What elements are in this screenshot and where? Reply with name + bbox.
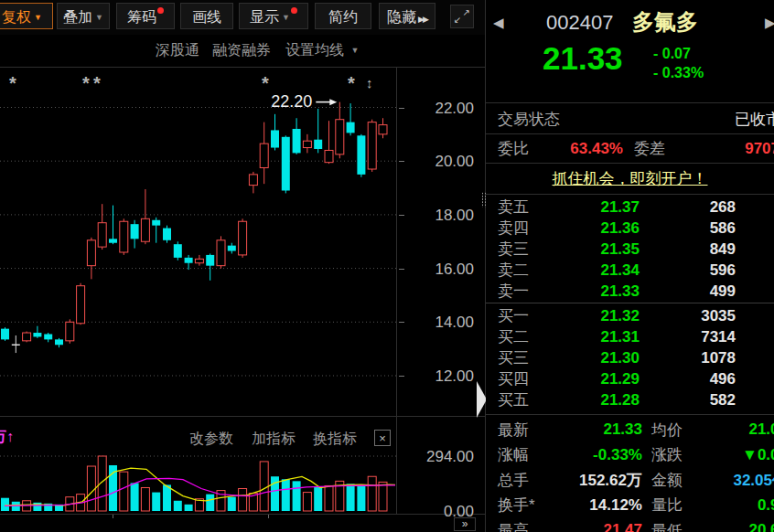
- ask-row[interactable]: 卖五21.37268: [486, 197, 774, 218]
- chevron-down-icon: ▼: [350, 46, 359, 55]
- notification-dot-icon: [291, 7, 297, 14]
- volume-bar: [1, 498, 9, 511]
- next-stock-icon[interactable]: ▶: [765, 15, 774, 31]
- level-volume: 586: [640, 219, 736, 238]
- change-params-link[interactable]: 改参数: [189, 430, 233, 449]
- price-change: - 0.07 - 0.33%: [653, 44, 704, 82]
- price-axis-label: 22.00: [401, 100, 474, 118]
- volume-bar: [325, 485, 333, 511]
- more-button[interactable]: »: [454, 517, 476, 531]
- bid-row[interactable]: 买五21.28582: [486, 389, 774, 410]
- candle-body: [87, 240, 95, 266]
- level-volume: 7314: [640, 328, 736, 346]
- candle-body: [282, 137, 290, 191]
- volume-bar: [293, 481, 301, 511]
- level-volume: 496: [640, 370, 736, 388]
- weicha-value: 9707: [745, 140, 774, 158]
- add-indicator-link[interactable]: 加指标: [252, 430, 296, 449]
- sublink-margin[interactable]: 融资融券: [212, 41, 271, 60]
- axis-left-border: [396, 67, 397, 515]
- overlay-button[interactable]: 叠加▼: [57, 3, 110, 29]
- volume-bar: [347, 484, 355, 511]
- candle-body: [325, 150, 333, 162]
- level-price: 21.28: [545, 391, 640, 410]
- volume-bar: [228, 497, 236, 511]
- volume-bar: [33, 503, 41, 511]
- candle-body: [314, 140, 322, 149]
- volume-bar: [174, 501, 182, 511]
- sublink-ma-settings[interactable]: 设置均线 ▼: [285, 41, 359, 60]
- volume-bar: [206, 495, 214, 511]
- close-indicator-icon[interactable]: ×: [374, 430, 391, 446]
- level-volume: 1078: [640, 349, 736, 367]
- ask-row[interactable]: 卖三21.35849: [486, 239, 774, 260]
- drawline-button[interactable]: 画线: [180, 3, 233, 29]
- level-volume: 268: [640, 198, 736, 217]
- volume-bar: [12, 502, 20, 511]
- bid-row[interactable]: 买三21.301078: [486, 347, 774, 368]
- candle-body: [368, 122, 376, 169]
- simple-button[interactable]: 简约: [315, 3, 371, 29]
- volume-bar: [368, 476, 376, 511]
- quote-panel: ◀ 002407 多氟多 ▶ 21.33 - 0.07 - 0.33% 交易状态…: [486, 0, 774, 532]
- ask-row[interactable]: 卖一21.33499: [486, 281, 774, 302]
- ask-row[interactable]: 卖二21.34596: [486, 260, 774, 281]
- volume-bar: [314, 486, 322, 511]
- level-price: 21.37: [545, 198, 640, 217]
- bid-row[interactable]: 买二21.317314: [486, 326, 774, 347]
- display-button[interactable]: 显示▼: [239, 3, 308, 29]
- bid-row[interactable]: 买四21.29496: [486, 368, 774, 389]
- stock-app-window: 复权▼叠加▼筹码画线显示▼简约隐藏▶▶ ↗↙ 深股通融资融券设置均线 ▼ ***…: [0, 0, 774, 532]
- candle-body: [293, 129, 301, 153]
- stat-row: 最新21.33均价21.00: [486, 417, 774, 442]
- candle-body: [98, 223, 106, 247]
- change-percent: - 0.33%: [653, 63, 704, 82]
- price-axis-label: 18.00: [401, 207, 474, 225]
- sublink-szconnect[interactable]: 深股通: [156, 41, 199, 60]
- fullscreen-expand-icon[interactable]: ↗↙: [450, 5, 474, 28]
- open-account-ad-link[interactable]: 抓住机会，即刻开户！: [486, 168, 774, 189]
- change-value: - 0.07: [653, 44, 704, 63]
- candle-body: [228, 246, 236, 251]
- stat-value: 32.05亿: [704, 470, 774, 491]
- candle-body: [66, 322, 74, 341]
- volume-bar: [303, 493, 311, 511]
- switch-indicator-link[interactable]: 换指标: [313, 430, 357, 449]
- candle-body: [174, 244, 182, 258]
- candle-body: [379, 125, 387, 134]
- weicha-label: 委差: [634, 138, 665, 159]
- volume-bar: [163, 484, 171, 511]
- candle-body: [347, 122, 355, 133]
- volume-bar: [357, 484, 365, 511]
- volume-bar: [87, 466, 95, 511]
- bid-row[interactable]: 买一21.323035: [486, 305, 774, 326]
- candle-body: [44, 335, 52, 340]
- ask-row[interactable]: 卖四21.36586: [486, 218, 774, 239]
- status-label: 交易状态: [498, 109, 560, 130]
- price-axis-label: 20.00: [401, 153, 474, 171]
- volume-bar: [131, 483, 139, 511]
- candle-body: [249, 175, 257, 186]
- notification-dot-icon: [157, 7, 164, 14]
- weibi-label: 委比: [498, 138, 529, 159]
- candle-body: [77, 286, 85, 324]
- level-price: 21.34: [545, 261, 640, 280]
- chevron-down-icon: ▼: [34, 13, 42, 22]
- prev-stock-icon[interactable]: ◀: [493, 15, 504, 31]
- hide-button[interactable]: 隐藏▶▶: [379, 3, 435, 29]
- level-volume: 499: [640, 282, 736, 301]
- candle-body: [336, 120, 344, 154]
- main-chart[interactable]: 22.20: [0, 68, 396, 416]
- candle-body: [206, 255, 214, 266]
- volume-axis-label: 294.00: [401, 448, 474, 466]
- price-axis-label: 12.00: [401, 367, 474, 386]
- candle-body: [303, 141, 311, 147]
- candle-body: [271, 130, 279, 147]
- candle-body: [120, 221, 128, 252]
- chips-button[interactable]: 筹码: [116, 3, 175, 29]
- chevron-down-icon: ▼: [282, 13, 290, 22]
- candle-body: [357, 135, 365, 175]
- fuquan-button[interactable]: 复权▼: [0, 3, 53, 29]
- level-volume: 582: [640, 391, 736, 410]
- candle-body: [23, 333, 31, 341]
